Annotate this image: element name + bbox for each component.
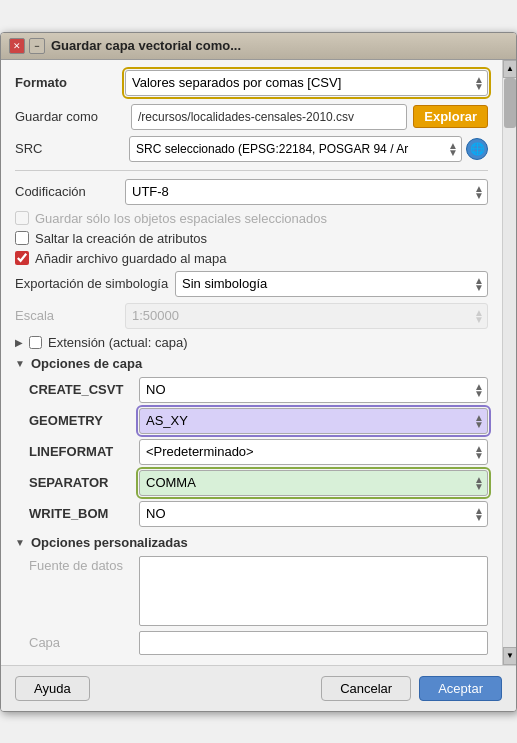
fuente-datos-label: Fuente de datos <box>29 556 139 573</box>
escala-row: Escala ▲▼ <box>15 303 488 329</box>
write-bom-wrapper: NO ▲▼ <box>139 501 488 527</box>
escala-input-wrapper: ▲▼ <box>125 303 488 329</box>
extension-label: Extensión (actual: capa) <box>48 335 187 350</box>
divider-1 <box>15 170 488 171</box>
personalizadas-expand-icon: ▼ <box>15 537 25 548</box>
create-csvt-label: CREATE_CSVT <box>29 382 139 397</box>
create-csvt-row: CREATE_CSVT NO ▲▼ <box>29 377 488 403</box>
geometry-label: GEOMETRY <box>29 413 139 428</box>
saltar-creacion-label: Saltar la creación de atributos <box>35 231 207 246</box>
separator-wrapper: COMMA ▲▼ <box>139 470 488 496</box>
simbologia-select-wrapper: Sin simbología ▲▼ <box>175 271 488 297</box>
create-csvt-wrapper: NO ▲▼ <box>139 377 488 403</box>
opciones-capa-title: Opciones de capa <box>31 356 142 371</box>
scroll-down-btn[interactable]: ▼ <box>503 647 517 665</box>
formato-select[interactable]: Valores separados por comas [CSV] <box>125 70 488 96</box>
saltar-creacion-checkbox[interactable] <box>15 231 29 245</box>
explorar-button[interactable]: Explorar <box>413 105 488 128</box>
capa-row: Capa <box>29 631 488 655</box>
write-bom-select[interactable]: NO <box>139 501 488 527</box>
form-content: Formato Valores separados por comas [CSV… <box>1 60 502 665</box>
geometry-row: GEOMETRY AS_XY ▲▼ <box>29 408 488 434</box>
simbologia-select[interactable]: Sin simbología <box>175 271 488 297</box>
guardar-solo-label: Guardar sólo los objetos espaciales sele… <box>35 211 327 226</box>
window-title: Guardar capa vectorial como... <box>51 38 241 53</box>
footer-right: Cancelar Aceptar <box>321 676 502 701</box>
separator-label: SEPARATOR <box>29 475 139 490</box>
footer: Ayuda Cancelar Aceptar <box>1 665 516 711</box>
write-bom-label: WRITE_BOM <box>29 506 139 521</box>
opciones-capa-section: CREATE_CSVT NO ▲▼ GEOMETRY <box>15 377 488 527</box>
titlebar-buttons: ✕ − <box>9 38 45 54</box>
src-select-wrapper: SRC seleccionado (EPSG:22184, POSGAR 94 … <box>129 136 462 162</box>
separator-row: SEPARATOR COMMA ▲▼ <box>29 470 488 496</box>
extension-row: ▶ Extensión (actual: capa) <box>15 335 488 350</box>
opciones-personalizadas-title: Opciones personalizadas <box>31 535 188 550</box>
minimize-button[interactable]: − <box>29 38 45 54</box>
create-csvt-select[interactable]: NO <box>139 377 488 403</box>
anadir-archivo-checkbox[interactable] <box>15 251 29 265</box>
src-row: SRC SRC seleccionado (EPSG:22184, POSGAR… <box>15 136 488 162</box>
guardar-solo-row: Guardar sólo los objetos espaciales sele… <box>15 211 488 226</box>
lineformat-row: LINEFORMAT <Predeterminado> ▲▼ <box>29 439 488 465</box>
guardar-como-row: Guardar como /recursos/localidades-censa… <box>15 104 488 130</box>
lineformat-wrapper: <Predeterminado> ▲▼ <box>139 439 488 465</box>
formato-select-wrapper: Valores separados por comas [CSV] docume… <box>125 70 488 96</box>
capa-input[interactable] <box>139 631 488 655</box>
scroll-up-btn[interactable]: ▲ <box>503 60 517 78</box>
codificacion-select[interactable]: UTF-8 <box>125 179 488 205</box>
extension-checkbox[interactable] <box>29 336 42 349</box>
fuente-datos-input[interactable] <box>139 556 488 626</box>
titlebar: ✕ − Guardar capa vectorial como... <box>1 33 516 60</box>
write-bom-row: WRITE_BOM NO ▲▼ <box>29 501 488 527</box>
extension-expand-icon[interactable]: ▶ <box>15 337 23 348</box>
codificacion-row: Codificación UTF-8 ▲▼ <box>15 179 488 205</box>
geometry-select[interactable]: AS_XY <box>139 408 488 434</box>
footer-left: Ayuda <box>15 676 90 701</box>
escala-label: Escala <box>15 308 125 323</box>
anadir-archivo-label: Añadir archivo guardado al mapa <box>35 251 227 266</box>
scrollbar[interactable]: ▲ ▼ <box>502 60 516 665</box>
anadir-archivo-row: Añadir archivo guardado al mapa <box>15 251 488 266</box>
formato-label: Formato <box>15 75 125 90</box>
geometry-wrapper: AS_XY ▲▼ <box>139 408 488 434</box>
simbologia-row: Exportación de simbología Sin simbología… <box>15 271 488 297</box>
guardar-como-input[interactable]: /recursos/localidades-censales-2010.csv <box>131 104 407 130</box>
main-window: ✕ − Guardar capa vectorial como... Forma… <box>0 32 517 712</box>
opciones-personalizadas-section: Fuente de datos Capa <box>15 556 488 655</box>
codificacion-select-wrapper: UTF-8 ▲▼ <box>125 179 488 205</box>
codificacion-label: Codificación <box>15 184 125 199</box>
escala-input <box>125 303 488 329</box>
close-button[interactable]: ✕ <box>9 38 25 54</box>
src-select[interactable]: SRC seleccionado (EPSG:22184, POSGAR 94 … <box>129 136 462 162</box>
guardar-solo-checkbox[interactable] <box>15 211 29 225</box>
globe-icon[interactable]: 🌐 <box>466 138 488 160</box>
scroll-thumb[interactable] <box>504 78 516 128</box>
guardar-como-label: Guardar como <box>15 109 125 124</box>
separator-select[interactable]: COMMA <box>139 470 488 496</box>
fuente-datos-row: Fuente de datos <box>29 556 488 626</box>
capa-label: Capa <box>29 635 139 650</box>
simbologia-label: Exportación de simbología <box>15 276 175 291</box>
cancelar-button[interactable]: Cancelar <box>321 676 411 701</box>
formato-row: Formato Valores separados por comas [CSV… <box>15 70 488 96</box>
opciones-capa-header[interactable]: ▼ Opciones de capa <box>15 356 488 371</box>
aceptar-button[interactable]: Aceptar <box>419 676 502 701</box>
lineformat-select[interactable]: <Predeterminado> <box>139 439 488 465</box>
src-label: SRC <box>15 141 125 156</box>
opciones-personalizadas-header[interactable]: ▼ Opciones personalizadas <box>15 535 488 550</box>
saltar-creacion-row: Saltar la creación de atributos <box>15 231 488 246</box>
ayuda-button[interactable]: Ayuda <box>15 676 90 701</box>
opciones-expand-icon: ▼ <box>15 358 25 369</box>
lineformat-label: LINEFORMAT <box>29 444 139 459</box>
